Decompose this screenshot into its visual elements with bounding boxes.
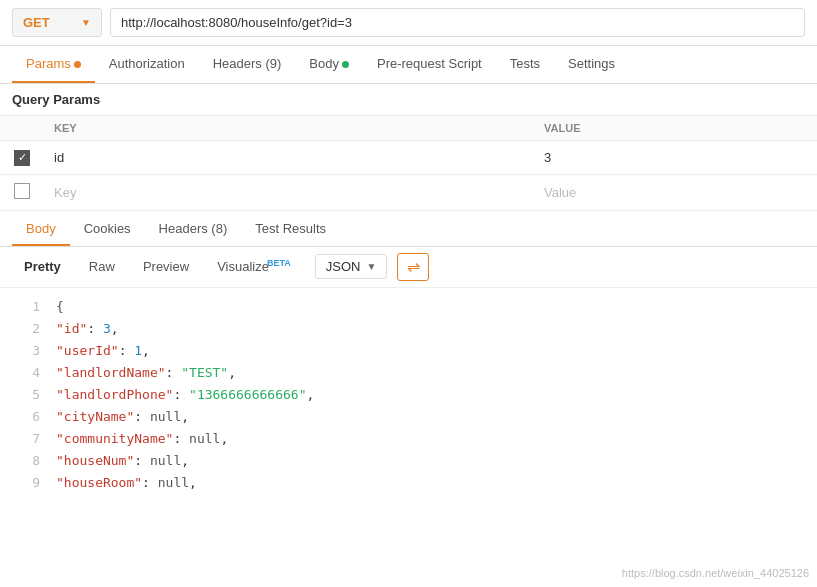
wrap-button[interactable]: ⇌ bbox=[397, 253, 429, 281]
format-row: Pretty Raw Preview VisualizeBETA JSON ▼ … bbox=[0, 247, 817, 288]
json-line: 8"houseNum": null, bbox=[12, 450, 805, 472]
json-line: 4"landlordName": "TEST", bbox=[12, 362, 805, 384]
tab-authorization[interactable]: Authorization bbox=[95, 46, 199, 83]
format-raw[interactable]: Raw bbox=[77, 254, 127, 279]
response-tabs: Body Cookies Headers (8) Test Results bbox=[0, 213, 817, 247]
placeholder-value[interactable]: Value bbox=[532, 174, 817, 210]
format-pretty[interactable]: Pretty bbox=[12, 254, 73, 279]
tab-tests[interactable]: Tests bbox=[496, 46, 554, 83]
row-key[interactable]: id bbox=[42, 141, 532, 175]
format-visualize[interactable]: VisualizeBETA bbox=[205, 253, 303, 279]
json-line: 9"houseRoom": null, bbox=[12, 472, 805, 494]
table-row: id 3 bbox=[0, 141, 817, 175]
tab-headers[interactable]: Headers (9) bbox=[199, 46, 296, 83]
placeholder-checkbox[interactable] bbox=[14, 183, 30, 199]
response-tab-cookies[interactable]: Cookies bbox=[70, 213, 145, 246]
query-params-label: Query Params bbox=[0, 84, 817, 115]
json-line: 2"id": 3, bbox=[12, 318, 805, 340]
tab-params[interactable]: Params bbox=[12, 46, 95, 83]
wrap-icon: ⇌ bbox=[407, 257, 420, 276]
col-checkbox bbox=[0, 116, 42, 141]
col-value: VALUE bbox=[532, 116, 817, 141]
row-value[interactable]: 3 bbox=[532, 141, 817, 175]
json-chevron-icon: ▼ bbox=[366, 261, 376, 272]
placeholder-checkbox-cell bbox=[0, 174, 42, 210]
params-dot bbox=[74, 61, 81, 68]
tab-body[interactable]: Body bbox=[295, 46, 363, 83]
line-number: 4 bbox=[12, 362, 40, 384]
url-input[interactable] bbox=[110, 8, 805, 37]
json-line: 6"cityName": null, bbox=[12, 406, 805, 428]
line-number: 1 bbox=[12, 296, 40, 318]
line-number: 5 bbox=[12, 384, 40, 406]
method-chevron-icon: ▼ bbox=[81, 17, 91, 28]
request-tabs: Params Authorization Headers (9) Body Pr… bbox=[0, 46, 817, 84]
json-line: 5"landlordPhone": "1366666666666", bbox=[12, 384, 805, 406]
table-row-placeholder: Key Value bbox=[0, 174, 817, 210]
watermark: https://blog.csdn.net/weixin_44025126 bbox=[622, 567, 809, 579]
params-table: KEY VALUE id 3 Key Value bbox=[0, 115, 817, 211]
beta-badge: BETA bbox=[267, 258, 291, 268]
col-key: KEY bbox=[42, 116, 532, 141]
row-checkbox[interactable] bbox=[14, 150, 30, 166]
line-number: 9 bbox=[12, 472, 40, 494]
line-number: 6 bbox=[12, 406, 40, 428]
tab-prerequest[interactable]: Pre-request Script bbox=[363, 46, 496, 83]
json-line: 7"communityName": null, bbox=[12, 428, 805, 450]
placeholder-key[interactable]: Key bbox=[42, 174, 532, 210]
json-line: 1{ bbox=[12, 296, 805, 318]
line-number: 3 bbox=[12, 340, 40, 362]
json-type-select[interactable]: JSON ▼ bbox=[315, 254, 388, 279]
tab-settings[interactable]: Settings bbox=[554, 46, 629, 83]
line-number: 2 bbox=[12, 318, 40, 340]
row-checkbox-cell bbox=[0, 141, 42, 175]
json-content: 1{2"id": 3,3"userId": 1,4"landlordName":… bbox=[0, 288, 817, 503]
line-number: 8 bbox=[12, 450, 40, 472]
response-tab-headers[interactable]: Headers (8) bbox=[145, 213, 242, 246]
response-tab-body[interactable]: Body bbox=[12, 213, 70, 246]
body-dot bbox=[342, 61, 349, 68]
method-select[interactable]: GET ▼ bbox=[12, 8, 102, 37]
line-number: 7 bbox=[12, 428, 40, 450]
format-preview[interactable]: Preview bbox=[131, 254, 201, 279]
url-bar: GET ▼ bbox=[0, 0, 817, 46]
method-label: GET bbox=[23, 15, 50, 30]
json-line: 3"userId": 1, bbox=[12, 340, 805, 362]
response-tab-testresults[interactable]: Test Results bbox=[241, 213, 340, 246]
